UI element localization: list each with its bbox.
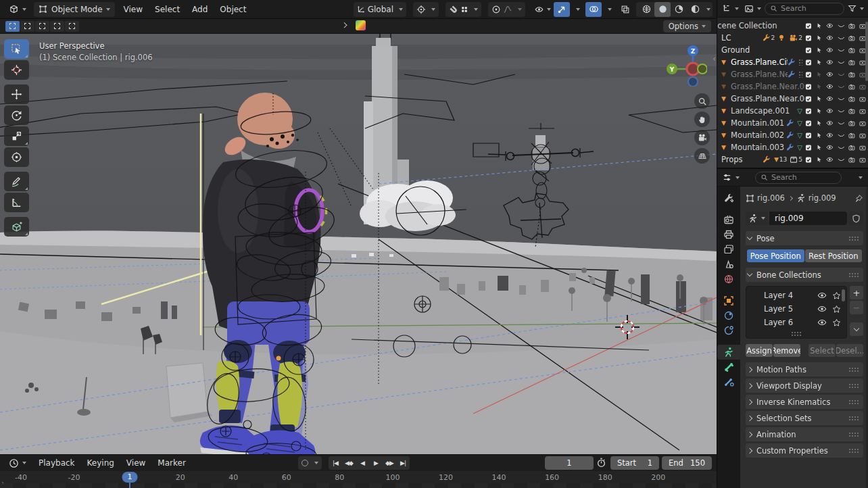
selectable-toggle[interactable] (816, 155, 822, 164)
panel-grip-icon[interactable] (848, 272, 859, 278)
render-disabled-toggle[interactable] (859, 82, 866, 91)
pivot-point-select[interactable] (413, 2, 439, 17)
hide-viewport-toggle[interactable] (826, 155, 834, 164)
collection-checkbox[interactable] (805, 70, 812, 79)
collapsed-panel-header[interactable]: Viewport Display (746, 379, 863, 393)
modifier-wrench-icon[interactable] (786, 131, 794, 139)
stopwatch-icon[interactable] (596, 458, 606, 468)
proportional-editing-controls[interactable] (488, 2, 525, 17)
render-visibility-toggle[interactable] (848, 46, 855, 55)
properties-editor-type-button[interactable] (720, 170, 742, 185)
render-disabled-toggle[interactable] (859, 143, 866, 152)
panel-grip-icon[interactable] (848, 383, 859, 389)
mode-select[interactable]: Object Mode (34, 2, 115, 17)
selectable-toggle[interactable] (816, 46, 822, 54)
transport-button[interactable]: ◀ (356, 456, 369, 470)
tool-button[interactable] (4, 60, 29, 80)
panel-grip-icon[interactable] (848, 399, 859, 405)
bone-collection-row[interactable]: Layer 6 (746, 316, 846, 329)
list-resize-grip[interactable] (791, 331, 802, 337)
expand-chevron-icon[interactable] (341, 22, 347, 28)
render-visibility-toggle[interactable] (848, 34, 855, 43)
render-visibility-toggle[interactable] (848, 22, 855, 30)
editor-type-button[interactable] (4, 2, 31, 17)
render-disabled-toggle[interactable] (859, 119, 866, 128)
panel-grip-icon[interactable] (848, 236, 859, 241)
transport-button[interactable]: ◀◆ (342, 456, 356, 470)
hide-viewport-toggle[interactable] (826, 57, 834, 67)
transport-button[interactable]: ◆▶ (383, 456, 396, 470)
filter-button[interactable] (846, 1, 866, 16)
tool-button[interactable] (4, 172, 29, 191)
properties-tab[interactable] (717, 212, 740, 227)
hide-viewport-toggle[interactable] (826, 94, 834, 103)
menu-item[interactable]: Marker (151, 456, 191, 470)
select-button[interactable]: Select (809, 344, 836, 357)
outliner-row[interactable]: ▼ Mountain.001 ▼ ▽ (717, 117, 868, 129)
shading-rendered-button[interactable] (687, 2, 703, 17)
sidebar-collapse-arrow[interactable]: ‹ (713, 54, 716, 64)
tool-button[interactable] (4, 217, 29, 237)
select-mode-button[interactable] (65, 21, 79, 32)
selectable-toggle[interactable] (816, 119, 822, 127)
properties-options-button[interactable] (855, 170, 866, 185)
menu-item[interactable]: View (120, 456, 151, 470)
current-frame-field[interactable]: 1 (545, 456, 594, 470)
properties-tab[interactable] (717, 242, 740, 257)
tool-button[interactable] (4, 84, 29, 104)
pin-icon[interactable] (854, 194, 863, 203)
timeline-ruler[interactable]: › -40-20120406080100120140160180200 (0, 471, 717, 488)
hide-viewport-toggle[interactable] (826, 21, 834, 30)
selectable-toggle[interactable] (816, 82, 822, 91)
hidden-eye-toggle[interactable] (838, 118, 845, 128)
render-visibility-toggle[interactable] (848, 155, 855, 164)
outliner-search-input[interactable]: Search (765, 3, 844, 15)
selectable-toggle[interactable] (816, 95, 822, 103)
hidden-eye-toggle[interactable] (838, 155, 845, 164)
show-gizmos-toggle[interactable] (554, 2, 570, 17)
render-visibility-toggle[interactable] (848, 143, 855, 152)
hidden-eye-toggle[interactable] (838, 82, 845, 91)
fake-user-shield-button[interactable] (848, 212, 863, 225)
panel-grip-icon[interactable] (848, 448, 859, 454)
properties-tab[interactable] (717, 257, 740, 272)
xray-toggle[interactable] (617, 2, 633, 17)
snap-controls[interactable] (445, 2, 481, 17)
render-disabled-toggle[interactable] (859, 131, 866, 140)
menu-item[interactable]: Object (214, 2, 252, 17)
modifier-wrench-icon[interactable] (788, 58, 796, 66)
transport-button[interactable]: ▶ (369, 456, 383, 470)
collapsed-panel-header[interactable]: Custom Properties (746, 443, 863, 458)
outliner-row[interactable]: ▼ Scene Collection ▼ ▽ (717, 20, 868, 32)
rest-position-button[interactable]: Rest Position (805, 249, 863, 262)
hide-viewport-toggle[interactable] (826, 118, 834, 128)
hide-viewport-toggle[interactable] (826, 45, 834, 55)
collection-checkbox[interactable] (805, 82, 812, 91)
properties-tab[interactable] (717, 191, 740, 205)
frame-end-field[interactable]: End150 (662, 456, 712, 470)
modifier-wrench-icon[interactable] (788, 70, 796, 78)
outliner-row[interactable]: ▼ Landscape.001 ▼ ▽ (717, 105, 868, 117)
render-visibility-toggle[interactable] (848, 70, 855, 79)
render-visibility-toggle[interactable] (848, 58, 855, 67)
hidden-eye-toggle[interactable] (838, 45, 845, 55)
datablock-name-field[interactable]: rig.009 (769, 212, 847, 225)
transform-orientation-select[interactable]: Global (354, 2, 406, 17)
properties-tab[interactable] (717, 345, 740, 360)
menu-item[interactable]: View (118, 2, 149, 17)
collection-checkbox[interactable] (805, 107, 812, 116)
timeline-editor-type-button[interactable] (4, 456, 31, 470)
tool-button[interactable] (4, 193, 29, 212)
hide-viewport-toggle[interactable] (826, 143, 834, 152)
camera-view-button[interactable] (694, 130, 710, 145)
solo-star-icon[interactable] (832, 318, 841, 327)
remove-collection-button[interactable]: − (850, 301, 863, 314)
selectable-toggle[interactable] (816, 34, 822, 42)
tool-button[interactable] (4, 39, 29, 59)
selectable-toggle[interactable] (816, 22, 822, 30)
tool-button[interactable] (4, 126, 29, 146)
visibility-eye-icon[interactable] (817, 304, 827, 314)
tool-button[interactable] (4, 147, 29, 167)
3d-viewport[interactable]: User Perspective (1) Scene Collection | … (0, 34, 717, 454)
collection-checkbox[interactable] (805, 119, 812, 128)
